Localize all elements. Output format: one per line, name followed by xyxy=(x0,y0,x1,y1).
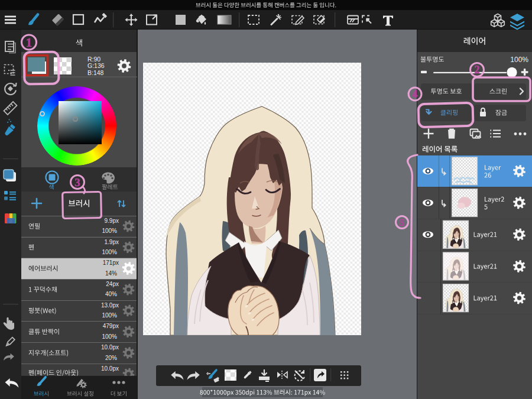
svg-text:3: 3 xyxy=(74,176,80,189)
svg-text:5: 5 xyxy=(400,217,405,228)
svg-text:4: 4 xyxy=(413,88,418,100)
svg-text:2: 2 xyxy=(475,64,480,76)
svg-text:1: 1 xyxy=(26,35,33,50)
